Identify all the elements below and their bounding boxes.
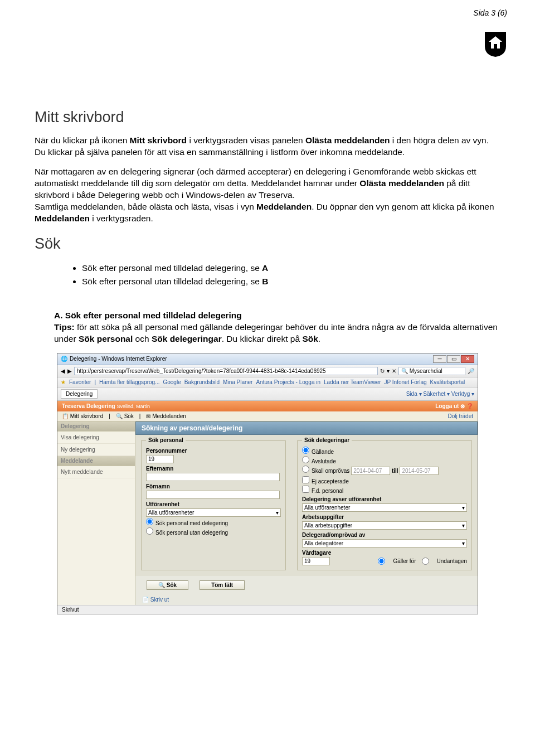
select-delegerad-av[interactable]: Alla delegatörer▾: [302, 539, 467, 547]
search-input[interactable]: 🔍 Mysearchdial: [398, 367, 465, 375]
checkbox-fd-personal[interactable]: [302, 486, 309, 493]
bullet-b: Sök efter personal utan tilldelad delege…: [82, 275, 500, 288]
label-fornamn: Förnamn: [146, 483, 281, 490]
section-a-heading: Sök efter personal med tilldelad deleger…: [65, 311, 242, 320]
ie-icon: 🌐: [61, 356, 67, 362]
radio-gallande[interactable]: [302, 447, 309, 454]
radio-med-delegering[interactable]: [146, 518, 153, 525]
tom-falt-button[interactable]: Töm fält: [200, 580, 245, 590]
sok-button[interactable]: 🔍 Sök: [147, 580, 188, 590]
tab-delegering[interactable]: Delegering: [61, 389, 98, 399]
select-utforarenhet[interactable]: Alla utförarenheter▾: [146, 508, 281, 517]
input-date-to[interactable]: [400, 467, 439, 475]
radio-galler-for[interactable]: [378, 558, 385, 565]
window-title: Delegering - Windows Internet Explorer: [70, 356, 167, 362]
legend-sok-personal: Sök personal: [146, 437, 186, 443]
sidebar: Delegering Visa delegering Ny delegering…: [57, 421, 135, 605]
heading-mitt-skrivbord: Mitt skrivbord: [35, 109, 500, 126]
fav-item[interactable]: Mina Planer: [223, 379, 252, 385]
toolbar-meddelanden[interactable]: ✉ Meddelanden: [146, 413, 186, 419]
fav-item[interactable]: JP Infonet Förlag: [385, 379, 427, 385]
radio-utan-delegering[interactable]: [146, 527, 153, 535]
select-arbetsuppgifter[interactable]: Alla arbetsuppgifter▾: [302, 521, 467, 530]
url-input[interactable]: http://perstreservap/TreservaWeb_Test/De…: [74, 367, 378, 375]
panel-title: Sökning av personal/delegering: [135, 421, 478, 435]
input-date-from[interactable]: [351, 467, 390, 475]
hide-tree-link[interactable]: Dölj trädet: [448, 413, 473, 419]
logout-link[interactable]: Logga ut: [435, 403, 459, 409]
paragraph-2: När mottagaren av en delegering signerar…: [35, 166, 500, 225]
fav-item[interactable]: Hämta fler tilläggsprog...: [99, 379, 159, 385]
toolbar: 📋 Mitt skrivbord | 🔍 Sök | ✉ Meddelanden…: [57, 411, 478, 421]
fav-item[interactable]: Bakgrundsbild: [184, 379, 220, 385]
label-efternamn: Efternamn: [146, 466, 281, 472]
embedded-screenshot: 🌐 Delegering - Windows Internet Explorer…: [57, 353, 478, 614]
input-efternamn[interactable]: [146, 473, 280, 481]
status-bar: Skrivut: [57, 605, 478, 614]
page-tools[interactable]: Sida ▾ Säkerhet ▾ Verktyg ▾: [406, 391, 474, 397]
forward-icon[interactable]: ▶: [67, 368, 72, 374]
section-a: A. Sök efter personal med tilldelad dele…: [54, 310, 500, 345]
radio-skall-omprovas[interactable]: [302, 466, 309, 473]
fav-item[interactable]: Ladda ner TeamViewer: [324, 379, 381, 385]
search-go-icon[interactable]: 🔎: [468, 368, 474, 374]
print-link[interactable]: 📄 Skriv ut: [135, 594, 478, 605]
maximize-button[interactable]: ▭: [447, 355, 460, 363]
app-header: Treserva Delegering Svelind, Martin Logg…: [57, 401, 478, 411]
label-personnummer: Personnummer: [146, 448, 281, 454]
bullet-a: Sök efter personal med tilldelad deleger…: [82, 261, 500, 274]
legend-sok-delegeringar: Sök delegeringar: [302, 437, 352, 443]
toolbar-sok[interactable]: 🔍 Sök: [116, 413, 134, 419]
fieldset-sok-delegeringar: Sök delegeringar Gällande Avslutade Skal…: [297, 440, 472, 570]
main-panel: Sökning av personal/delegering Sök perso…: [135, 421, 478, 605]
checkbox-ej-accepterade[interactable]: [302, 476, 309, 483]
favorites-bar: ★ Favoriter | Hämta fler tilläggsprog...…: [57, 377, 478, 387]
paragraph-1: När du klickar på ikonen Mitt skrivbord …: [35, 135, 500, 158]
input-personnummer[interactable]: [146, 455, 174, 463]
sidebar-item-nytt[interactable]: Nytt meddelande: [57, 466, 135, 478]
minimize-button[interactable]: ─: [433, 355, 446, 363]
favorites-label: Favoriter: [69, 379, 91, 385]
page-number: Sida 3 (6): [473, 8, 507, 17]
label-vardtagare: Vårdtagare: [302, 550, 467, 556]
shield-logo: [484, 31, 507, 60]
refresh-icon[interactable]: ↻: [380, 368, 385, 374]
fav-item[interactable]: Google: [163, 379, 181, 385]
sidebar-item-ny[interactable]: Ny delegering: [57, 444, 135, 456]
address-bar: ◀ ▶ http://perstreservap/TreservaWeb_Tes…: [57, 365, 478, 377]
bullet-list: Sök efter personal med tilldelad deleger…: [82, 261, 500, 288]
input-vardtagare[interactable]: [302, 557, 330, 565]
radio-avslutade[interactable]: [302, 456, 309, 463]
sidebar-header-meddelande: Meddelande: [57, 456, 135, 466]
toolbar-mitt-skrivbord[interactable]: 📋 Mitt skrivbord: [62, 413, 103, 419]
fav-item[interactable]: Kvalitetsportal: [430, 379, 465, 385]
label-utforarenhet: Utförarenhet: [146, 501, 281, 507]
fav-item[interactable]: Antura Projects - Logga in: [256, 379, 320, 385]
tab-bar: Delegering Sida ▾ Säkerhet ▾ Verktyg ▾: [57, 387, 478, 401]
label-del-avser: Delegering avser utförarenhet: [302, 496, 467, 502]
radio-undantagen[interactable]: [422, 558, 429, 565]
select-del-avser[interactable]: Alla utförarenheter▾: [302, 503, 467, 512]
sidebar-header-delegering: Delegering: [57, 421, 135, 432]
sidebar-item-visa[interactable]: Visa delegering: [57, 432, 135, 444]
fieldset-sok-personal: Sök personal Personnummer Efternamn Förn…: [141, 440, 286, 570]
heading-sok: Sök: [35, 235, 500, 253]
input-fornamn[interactable]: [146, 491, 280, 499]
label-arbetsuppgifter: Arbetsuppgifter: [302, 514, 467, 520]
close-button[interactable]: ✕: [461, 355, 474, 363]
window-titlebar: 🌐 Delegering - Windows Internet Explorer…: [57, 353, 478, 365]
label-delegerad-av: Delegerad/omprövad av: [302, 532, 467, 538]
back-icon[interactable]: ◀: [61, 368, 65, 374]
